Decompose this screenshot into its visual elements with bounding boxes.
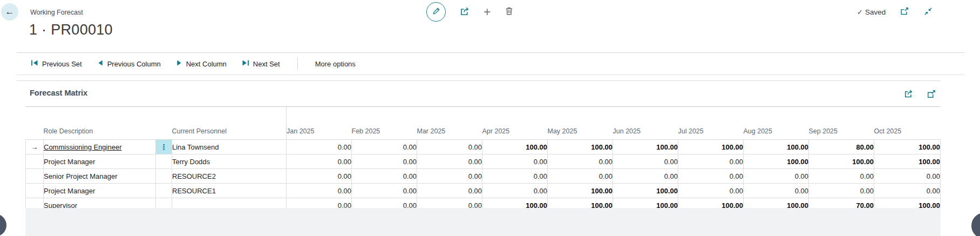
previous-set-label: Previous Set	[42, 60, 82, 68]
back-button[interactable]: ←	[1, 3, 18, 21]
role-description-cell[interactable]: Project Manager	[44, 184, 156, 198]
value-cell[interactable]: 100.00	[613, 140, 678, 154]
value-cell[interactable]: 0.00	[417, 169, 482, 184]
column-header-month[interactable]: Aug 2025	[744, 107, 809, 140]
value-cell[interactable]: 0.00	[417, 184, 482, 198]
column-header-month[interactable]: Sep 2025	[809, 107, 874, 140]
value-cell[interactable]: 100.00	[613, 184, 678, 198]
value-cell[interactable]: 100.00	[874, 154, 941, 169]
column-header-month[interactable]: Jan 2025	[287, 107, 352, 140]
value-cell[interactable]: 0.00	[744, 169, 809, 184]
table-row: Project ManagerRESOURCE10.000.000.000.00…	[26, 184, 941, 198]
table-row: →Commissioning Engineer⋮Lina Townsend0.0…	[26, 140, 941, 154]
page-title: 1 · PR00010	[29, 22, 113, 38]
column-header-month[interactable]: Apr 2025	[482, 107, 548, 140]
next-set-button[interactable]: Next Set	[242, 59, 280, 68]
column-header-month[interactable]: Oct 2025	[874, 107, 941, 140]
row-indicator-cell	[26, 154, 44, 169]
value-cell[interactable]: 0.00	[352, 154, 417, 169]
value-cell[interactable]: 0.00	[678, 154, 744, 169]
forecast-matrix-table: Role Description Current Personnel Jan 2…	[25, 106, 941, 213]
value-cell[interactable]: 0.00	[548, 169, 613, 184]
section-header-icons	[903, 89, 936, 100]
value-cell[interactable]: 0.00	[352, 184, 417, 198]
value-cell[interactable]: 100.00	[809, 154, 874, 169]
row-menu-cell: ⋮	[156, 140, 172, 154]
role-description-cell[interactable]: Senior Project Manager	[44, 169, 156, 184]
value-cell[interactable]: 0.00	[874, 169, 941, 184]
column-header-month[interactable]: May 2025	[548, 107, 613, 140]
personnel-cell[interactable]: RESOURCE2	[172, 169, 287, 184]
next-set-label: Next Set	[253, 60, 280, 68]
edit-button[interactable]	[426, 2, 446, 22]
value-cell[interactable]: 100.00	[874, 140, 941, 154]
value-cell[interactable]: 100.00	[482, 140, 548, 154]
selected-row-arrow-icon: →	[31, 143, 38, 151]
role-description-cell[interactable]: Project Manager	[44, 154, 156, 169]
previous-column-icon	[97, 59, 104, 68]
value-cell[interactable]: 0.00	[874, 184, 941, 198]
value-cell[interactable]: 0.00	[678, 184, 744, 198]
more-options-button[interactable]: More options	[315, 60, 356, 68]
value-cell[interactable]: 100.00	[548, 184, 613, 198]
delete-button[interactable]	[504, 6, 514, 18]
value-cell[interactable]: 100.00	[678, 140, 744, 154]
role-description-cell[interactable]: Commissioning Engineer	[44, 140, 156, 154]
previous-column-button[interactable]: Previous Column	[97, 59, 161, 68]
open-in-new-window-icon	[900, 6, 909, 18]
value-cell[interactable]: 0.00	[613, 154, 678, 169]
value-cell[interactable]: 100.00	[744, 154, 809, 169]
table-footer-area	[25, 208, 941, 236]
row-indicator-cell	[26, 184, 44, 198]
value-cell[interactable]: 0.00	[352, 169, 417, 184]
value-cell[interactable]: 0.00	[482, 169, 548, 184]
divider	[17, 80, 941, 81]
collapse-button[interactable]	[923, 6, 933, 18]
value-cell[interactable]: 100.00	[548, 140, 613, 154]
value-cell[interactable]: 0.00	[678, 169, 744, 184]
value-cell[interactable]: 0.00	[548, 154, 613, 169]
column-header-month[interactable]: Jun 2025	[613, 107, 678, 140]
personnel-cell[interactable]: RESOURCE1	[172, 184, 287, 198]
value-cell[interactable]: 0.00	[482, 154, 548, 169]
personnel-cell[interactable]: Terry Dodds	[172, 154, 287, 169]
value-cell[interactable]: 0.00	[417, 140, 482, 154]
share-button[interactable]	[459, 6, 470, 18]
value-cell[interactable]: 0.00	[287, 154, 352, 169]
value-cell[interactable]: 0.00	[809, 184, 874, 198]
column-header-role[interactable]: Role Description	[44, 107, 156, 140]
role-description-link[interactable]: Commissioning Engineer	[44, 143, 122, 151]
value-cell[interactable]: 0.00	[482, 184, 548, 198]
value-cell[interactable]: 0.00	[287, 140, 352, 154]
column-header-month[interactable]: Feb 2025	[352, 107, 417, 140]
cell-context-menu-button[interactable]: ⋮	[156, 140, 172, 154]
next-column-label: Next Column	[186, 60, 227, 68]
plus-icon: +	[484, 6, 491, 18]
edge-circle-left[interactable]	[0, 214, 6, 236]
value-cell[interactable]: 0.00	[417, 154, 482, 169]
value-cell[interactable]: 0.00	[287, 169, 352, 184]
add-button[interactable]: +	[484, 6, 491, 18]
personnel-cell[interactable]: Lina Townsend	[172, 140, 287, 154]
previous-set-button[interactable]: Previous Set	[31, 59, 82, 68]
column-header-month[interactable]: Jul 2025	[678, 107, 744, 140]
breadcrumb[interactable]: Working Forecast	[30, 9, 83, 16]
value-cell[interactable]: 80.00	[809, 140, 874, 154]
value-cell[interactable]: 100.00	[744, 140, 809, 154]
saved-label: Saved	[865, 8, 886, 16]
value-cell[interactable]: 0.00	[744, 184, 809, 198]
next-column-button[interactable]: Next Column	[176, 59, 227, 68]
pencil-icon	[432, 6, 441, 17]
value-cell[interactable]: 0.00	[352, 140, 417, 154]
value-cell[interactable]: 0.00	[287, 184, 352, 198]
part-share-button[interactable]	[903, 89, 914, 100]
open-in-new-window-button[interactable]	[900, 6, 909, 18]
focus-mode-button[interactable]	[927, 89, 936, 100]
edge-circle-right[interactable]	[971, 213, 980, 236]
value-cell[interactable]: 0.00	[809, 169, 874, 184]
column-header-month[interactable]: Mar 2025	[417, 107, 482, 140]
row-menu-cell	[156, 184, 172, 198]
column-header-personnel[interactable]: Current Personnel	[172, 107, 287, 140]
row-menu-header	[156, 107, 172, 140]
value-cell[interactable]: 0.00	[613, 169, 678, 184]
